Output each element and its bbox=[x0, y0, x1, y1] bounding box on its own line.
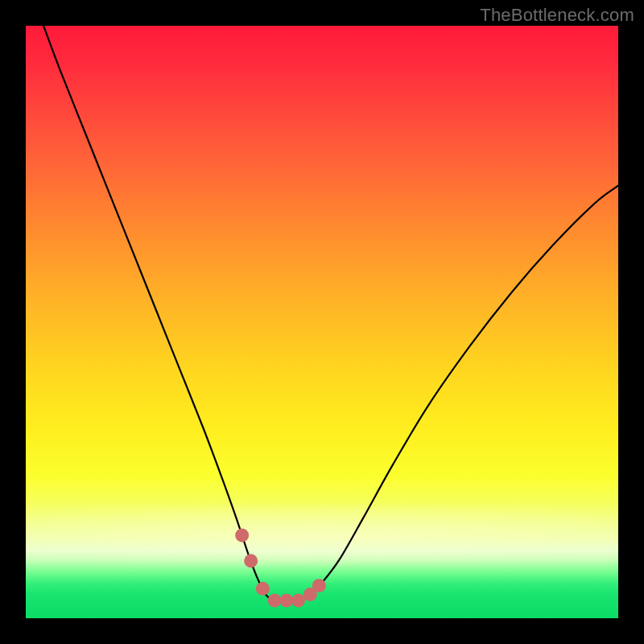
bottleneck-curve-svg bbox=[26, 26, 618, 618]
curve-markers bbox=[235, 528, 326, 607]
plot-area bbox=[26, 26, 618, 618]
curve-marker bbox=[256, 582, 270, 596]
curve-marker bbox=[291, 593, 305, 607]
curve-marker bbox=[312, 579, 326, 592]
curve-marker bbox=[279, 593, 293, 607]
bottleneck-curve-line bbox=[43, 26, 618, 601]
curve-marker bbox=[268, 593, 282, 607]
chart-frame: TheBottleneck.com bbox=[0, 0, 644, 644]
watermark-text: TheBottleneck.com bbox=[480, 5, 634, 26]
curve-marker bbox=[235, 528, 249, 542]
curve-marker bbox=[244, 554, 258, 568]
